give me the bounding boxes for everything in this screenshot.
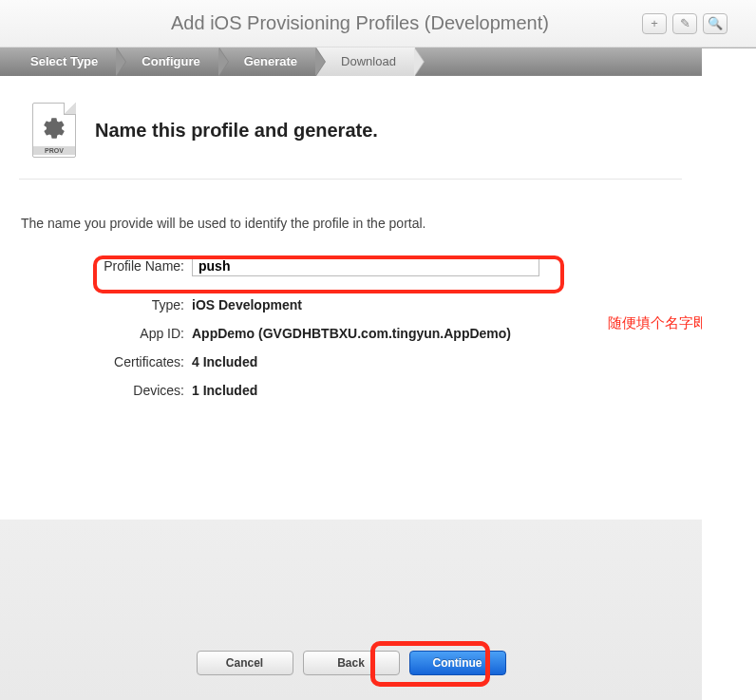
edit-icon: ✎ <box>680 16 690 30</box>
profile-form: Profile Name: Type: iOS Development App … <box>19 255 682 398</box>
header-toolbar: + ✎ 🔍 <box>642 13 728 34</box>
page-title: Add iOS Provisioning Profiles (Developme… <box>0 12 549 34</box>
devices-label: Devices: <box>76 383 192 398</box>
section-title: Name this profile and generate. <box>95 120 378 142</box>
type-label: Type: <box>76 297 192 312</box>
step-select-type[interactable]: Select Type <box>0 47 117 76</box>
description-text: The name you provide will be used to ide… <box>19 180 682 248</box>
content-area: PROV Name this profile and generate. The… <box>0 76 701 398</box>
back-button[interactable]: Back <box>303 651 400 675</box>
app-id-label: App ID: <box>76 326 192 341</box>
plus-icon: + <box>651 16 658 30</box>
profile-name-label: Profile Name: <box>76 258 192 274</box>
search-button[interactable]: 🔍 <box>703 13 728 34</box>
step-generate[interactable]: Generate <box>219 47 316 76</box>
edit-button[interactable]: ✎ <box>672 13 697 34</box>
step-configure[interactable]: Configure <box>117 47 218 76</box>
add-button[interactable]: + <box>642 13 667 34</box>
app-id-value: AppDemo (GVGDHBTBXU.com.tingyun.AppDemo) <box>192 326 511 341</box>
continue-button[interactable]: Continue <box>409 651 506 675</box>
devices-value: 1 Included <box>192 383 257 398</box>
provisioning-icon: PROV <box>32 103 76 158</box>
profile-name-input[interactable] <box>192 255 539 276</box>
page-header: Add iOS Provisioning Profiles (Developme… <box>0 0 756 47</box>
certificates-label: Certificates: <box>76 354 192 369</box>
search-icon: 🔍 <box>708 16 723 30</box>
step-download: Download <box>316 47 415 76</box>
right-gutter <box>702 48 756 700</box>
section-header: PROV Name this profile and generate. <box>19 76 682 180</box>
gear-icon <box>42 116 66 141</box>
wizard-steps: Select Type Configure Generate Download <box>0 47 756 76</box>
certificates-value: 4 Included <box>192 354 257 369</box>
footer-bar: Cancel Back Continue <box>0 520 702 700</box>
cancel-button[interactable]: Cancel <box>197 651 293 675</box>
type-value: iOS Development <box>192 297 302 312</box>
prov-icon-label: PROV <box>33 146 75 155</box>
